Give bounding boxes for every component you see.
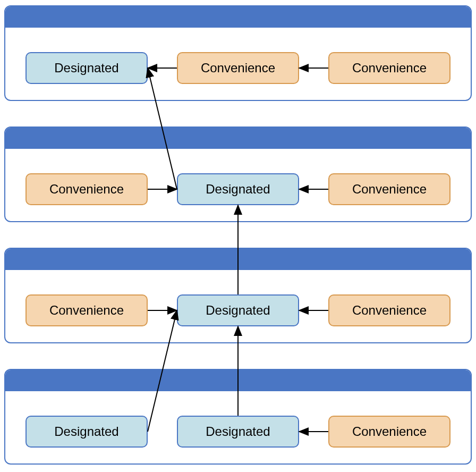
box-label: Convenience [49, 182, 124, 197]
convenience-box: Convenience [328, 52, 450, 84]
box-label: Designated [54, 424, 118, 439]
designated-box: Designated [26, 416, 148, 448]
box-label: Convenience [352, 424, 427, 439]
container-header [5, 6, 471, 28]
designated-box: Designated [177, 294, 299, 326]
convenience-box: Convenience [328, 294, 450, 326]
designated-box: Designated [26, 52, 148, 84]
box-label: Designated [206, 303, 270, 318]
convenience-box: Convenience [177, 52, 299, 84]
box-label: Convenience [352, 182, 427, 197]
box-label: Designated [206, 182, 270, 197]
box-label: Designated [206, 424, 270, 439]
convenience-box: Convenience [26, 173, 148, 205]
designated-box: Designated [177, 416, 299, 448]
container-header [5, 370, 471, 391]
box-label: Designated [54, 61, 118, 75]
designated-box: Designated [177, 173, 299, 205]
box-label: Convenience [352, 303, 427, 318]
convenience-box: Convenience [26, 294, 148, 326]
convenience-box: Convenience [328, 416, 450, 448]
convenience-box: Convenience [328, 173, 450, 205]
box-label: Convenience [201, 61, 275, 75]
box-label: Convenience [49, 303, 124, 318]
container-header [5, 249, 471, 270]
container-header [5, 128, 471, 149]
box-label: Convenience [352, 61, 427, 75]
